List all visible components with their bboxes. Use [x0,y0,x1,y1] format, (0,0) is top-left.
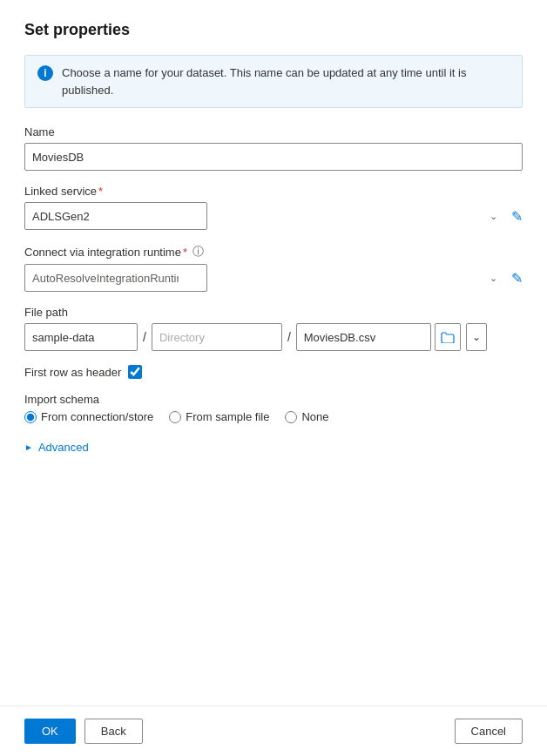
integration-runtime-input[interactable] [24,264,207,292]
first-row-label: First row as header [24,366,121,379]
file-path-container-input[interactable] [24,323,138,351]
schema-option-sample[interactable]: From sample file [169,410,269,423]
integration-runtime-select-container: ⌄ [24,264,506,292]
first-row-checkbox[interactable] [128,365,142,379]
schema-none-label: None [301,410,328,423]
folder-icon [441,332,455,343]
schema-radio-sample[interactable] [169,411,181,423]
schema-connection-label: From connection/store [41,410,153,423]
schema-radio-none[interactable] [285,411,297,423]
schema-option-none[interactable]: None [285,410,328,423]
linked-service-group: Linked service* ⌄ ✎ [24,185,523,230]
advanced-label: Advanced [38,441,89,454]
browse-folder-button[interactable] [435,323,461,351]
import-schema-group: Import schema From connection/store From… [24,393,523,423]
name-group: Name [24,125,523,171]
integration-runtime-edit-icon[interactable]: ✎ [511,270,523,287]
name-input[interactable] [24,143,523,171]
integration-runtime-label: Connect via integration runtime* [24,246,187,259]
schema-radio-connection[interactable] [24,411,37,423]
info-tooltip-icon[interactable]: ⓘ [192,244,204,260]
info-icon: i [37,65,53,81]
info-banner: i Choose a name for your dataset. This n… [24,55,523,108]
import-schema-label: Import schema [24,393,523,406]
import-schema-options: From connection/store From sample file N… [24,410,523,423]
file-path-group: File path / / ⌄ [24,306,523,351]
expand-button[interactable]: ⌄ [466,323,487,351]
chevron-right-icon: ► [24,442,33,452]
file-path-directory-input[interactable] [152,323,282,351]
file-path-filename-input[interactable] [296,323,431,351]
ok-button[interactable]: OK [24,719,76,744]
schema-sample-label: From sample file [186,410,269,423]
linked-service-label: Linked service* [24,185,523,198]
info-banner-text: Choose a name for your dataset. This nam… [62,64,510,98]
linked-service-select-container: ⌄ [24,202,506,230]
schema-option-connection[interactable]: From connection/store [24,410,153,423]
advanced-section[interactable]: ► Advanced [24,441,523,454]
page-title: Set properties [24,21,523,39]
footer: OK Back Cancel [0,705,547,756]
cancel-button[interactable]: Cancel [455,719,523,744]
path-separator-1: / [141,330,148,344]
first-row-header-group: First row as header [24,365,523,379]
file-path-label: File path [24,306,523,319]
path-separator-2: / [286,330,293,344]
back-button[interactable]: Back [84,719,143,744]
integration-runtime-group: Connect via integration runtime* ⓘ ⌄ ✎ [24,244,523,292]
linked-service-edit-icon[interactable]: ✎ [511,208,523,225]
chevron-down-icon: ⌄ [472,331,481,343]
chevron-down-icon: ⌄ [490,211,497,222]
footer-left-actions: OK Back [24,719,143,744]
linked-service-input[interactable] [24,202,207,230]
chevron-down-icon: ⌄ [490,273,497,284]
name-label: Name [24,125,523,138]
